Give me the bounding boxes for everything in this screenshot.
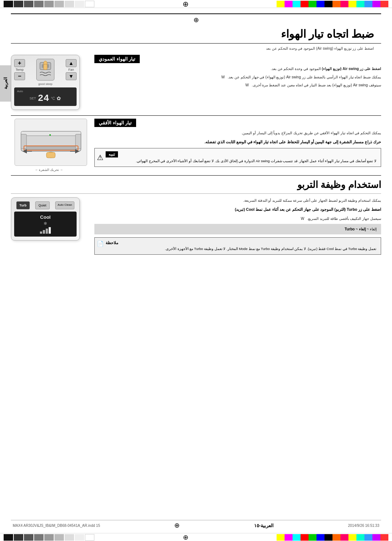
csq-b1 <box>277 534 285 541</box>
remote-display: Auto SET 24 °C ✿ <box>14 87 77 106</box>
warning-label: تنبيه <box>106 151 118 157</box>
remote-down-btn[interactable]: ▼ <box>66 72 77 80</box>
turbo-btn[interactable]: Turb <box>16 201 30 209</box>
section1-bold-suffix: الموجود في وحدة التحكم عن بعد. <box>271 67 321 71</box>
remote-auto-text: Auto <box>17 90 74 93</box>
color-sq-teal <box>356 1 364 7</box>
remote-temp-unit: °C <box>51 97 55 101</box>
footer-right: 2014/9/26 16:51:33 <box>348 524 379 528</box>
remote-row1: + Temp − <box>14 59 77 81</box>
section2-text: تيار الهواء الأفقي يمكنك التحكم في اتجاه… <box>94 119 381 170</box>
turbo-btn-row: Turb Quiet Auto Clean <box>14 201 77 209</box>
fan-bars <box>40 227 51 234</box>
note-doc-icon: 📄 <box>97 241 104 247</box>
page-content: ⊕ ضبط اتجاه تيار الهواء اضغط على زر توزي… <box>11 8 381 533</box>
remote-plus-btn[interactable]: + <box>14 59 25 67</box>
section3-instruction-bold: اضغط على زر Turbo (التربو) الموجود على ج… <box>94 206 381 213</box>
footer-crosshair: ⊕ <box>174 522 180 529</box>
csq-b11 <box>356 534 364 541</box>
main-title: ضبط اتجاه تيار الهواء <box>11 28 374 40</box>
csq-b6 <box>317 534 324 541</box>
gray-sq-3 <box>24 1 33 7</box>
footer-left: MAX4 AR30JV&JS_IB&IM_DB68-04541A_AR.indd… <box>13 524 100 528</box>
ac-bottom-text: ← تحريك الشفرة → <box>11 168 87 172</box>
gray-sq-2 <box>14 1 23 7</box>
top-hr <box>11 13 381 14</box>
remote-fan-section: ▲ Fan ▼ <box>66 59 77 80</box>
footer-center: ⊕ <box>174 521 180 529</box>
section1-header: تيار الهواء العمودي <box>94 55 140 63</box>
warning-text: لا تضع أصابعك في مسار تيار الهواء أثناء … <box>106 159 376 164</box>
color-sq-magenta <box>285 1 293 7</box>
svg-rect-6 <box>25 147 77 149</box>
gray-sq-b1 <box>4 534 13 541</box>
color-squares <box>277 1 388 7</box>
gray-sq-4 <box>34 1 44 7</box>
remote-control: + Temp − <box>11 55 80 110</box>
csq-b12 <box>364 534 372 541</box>
footer-hr <box>11 520 381 520</box>
turbo-remote-col: Turb Quiet Auto Clean Cool ❄ <box>11 197 87 241</box>
color-squares-bottom <box>277 534 388 541</box>
sidebar-label: العربية <box>0 65 11 102</box>
section1-text: تيار الهواء العمودي اضغط على زر Air swin… <box>94 55 381 90</box>
auto-clean-btn[interactable]: Auto Clean <box>55 201 75 209</box>
gray-sq-7 <box>65 1 74 7</box>
gray-sq-1 <box>4 1 13 7</box>
note-label: ملاحظة <box>106 241 118 245</box>
bar4 <box>49 227 51 234</box>
quiet-btn[interactable]: Quiet <box>35 201 50 209</box>
mid-hr1 <box>11 115 381 116</box>
color-sq-black <box>324 1 332 7</box>
gray-squares-bottom <box>4 534 94 541</box>
csq-b2 <box>285 534 293 541</box>
gray-sq-b8 <box>75 534 84 541</box>
remote-set-label: SET <box>30 97 36 100</box>
svg-rect-3 <box>44 64 47 70</box>
note-box: 📄 ملاحظة تعمل وظيفة Turbo في نمط Cool فق… <box>94 237 381 255</box>
remote-good-sleep: good sleep <box>38 82 52 86</box>
bar3 <box>46 229 48 234</box>
remote-temp-value: 24 <box>38 93 49 104</box>
color-sq-cyan <box>293 1 301 7</box>
remote-airswing-icon[interactable] <box>36 59 54 81</box>
note-label-wrap: ملاحظة <box>106 241 376 245</box>
crosshair-center: ⊕ <box>183 0 189 8</box>
csq-b13 <box>372 534 380 541</box>
remote-temp-label: Temp <box>16 68 24 71</box>
color-sq-red2 <box>380 1 388 7</box>
gray-sq-b2 <box>14 534 23 541</box>
color-sq-purple <box>372 1 380 7</box>
section1-line3: سيتوقف Air swing (توزيع الهواء) بعد ضبط … <box>94 82 381 88</box>
section3-desc: يمكنك استخدام وظيفة التربو لضبط الجهاز ع… <box>94 197 381 204</box>
note-text: تعمل وظيفة Turbo في نمط Cool فقط (تبريد)… <box>106 246 376 251</box>
warning-label-wrap: تنبيه <box>106 151 376 157</box>
turbo-display-cool: Cool <box>40 214 51 220</box>
gray-sq-b6 <box>54 534 64 541</box>
ac-unit-image1 <box>15 119 87 166</box>
gray-sq-b3 <box>24 534 33 541</box>
color-sq-pink <box>340 1 348 7</box>
turbo-gray-note: إلغاء ~ إلغاء ~ Turbo <box>94 224 381 234</box>
remote-fan-label: Fan <box>68 68 74 71</box>
section3-text-col: يمكنك استخدام وظيفة التربو لضبط الجهاز ع… <box>94 197 381 258</box>
svg-point-11 <box>49 134 51 136</box>
section2: تيار الهواء الأفقي يمكنك التحكم في اتجاه… <box>11 119 381 172</box>
csq-b9 <box>340 534 348 541</box>
print-marks-top: ⊕ <box>0 0 392 8</box>
crosshair-bottom: ⊕ <box>183 533 188 541</box>
bar1 <box>40 231 42 234</box>
snowflake-icon: ❄ <box>44 221 47 226</box>
csq-b14 <box>380 534 388 541</box>
section1: تيار الهواء العمودي اضغط على زر Air swin… <box>11 55 381 110</box>
print-marks-bottom: ⊕ <box>0 533 392 541</box>
csq-b10 <box>348 534 356 541</box>
page-footer: MAX4 AR30JV&JS_IB&IM_DB68-04541A_AR.indd… <box>11 521 381 529</box>
gray-sq-6 <box>54 1 64 7</box>
svg-rect-14 <box>46 152 55 158</box>
csq-b3 <box>293 534 301 541</box>
remote-minus-btn[interactable]: − <box>14 72 25 80</box>
remote-up-btn[interactable]: ▲ <box>66 59 77 67</box>
warning-triangle-icon: ⚠ <box>97 153 103 162</box>
section3-line2: سيعمل جهاز التكييف بأقصى طاقة للتبريد ال… <box>94 216 381 222</box>
